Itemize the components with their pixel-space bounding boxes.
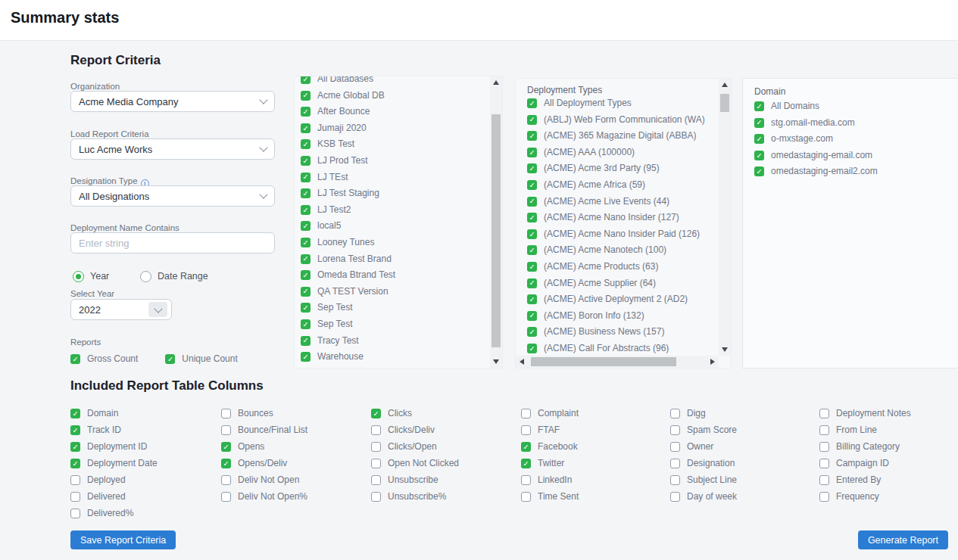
report-count-option[interactable]: Gross Count — [70, 354, 138, 364]
column-option[interactable]: Unsubscribe — [371, 475, 459, 485]
checkbox-icon[interactable] — [754, 118, 764, 128]
checkbox-icon[interactable] — [527, 180, 537, 190]
checkbox-icon[interactable] — [670, 409, 680, 418]
deployment-type-option[interactable]: (ACME) Acme Africa (59) — [527, 180, 714, 190]
deployment-type-option[interactable]: (ACME) Call For Abstracts (96) — [527, 344, 714, 353]
database-option[interactable]: local5 — [301, 221, 487, 231]
checkbox-icon[interactable] — [819, 442, 829, 452]
column-option[interactable]: Frequency — [819, 492, 911, 502]
load-report-criteria-select[interactable]: Luc Acme Works — [70, 138, 275, 160]
column-option[interactable]: Billing Category — [819, 442, 911, 452]
checkbox-icon[interactable] — [301, 254, 310, 264]
checkbox-icon[interactable] — [221, 492, 231, 502]
column-option[interactable]: Clicks/Deliv — [371, 425, 459, 435]
column-option[interactable]: Entered By — [819, 475, 911, 485]
column-option[interactable]: Deployment Date — [70, 459, 158, 468]
deployment-type-option[interactable]: (ACME) Acme Supplier (64) — [527, 278, 714, 288]
column-option[interactable]: Bounces — [221, 409, 307, 418]
checkbox-icon[interactable] — [301, 221, 310, 231]
database-option[interactable]: Acme Global DB — [301, 91, 487, 101]
checkbox-icon[interactable] — [527, 245, 537, 255]
database-option[interactable]: All Databases — [301, 76, 487, 84]
column-option[interactable]: Deployment ID — [70, 442, 158, 452]
checkbox-icon[interactable] — [70, 354, 80, 364]
checkbox-icon[interactable] — [670, 492, 680, 502]
checkbox-icon[interactable] — [527, 213, 537, 222]
domain-option[interactable]: omedastaging-email.com — [754, 151, 958, 160]
checkbox-icon[interactable] — [521, 492, 531, 502]
checkbox-icon[interactable] — [70, 409, 80, 418]
checkbox-icon[interactable] — [301, 238, 310, 247]
report-count-option[interactable]: Unique Count — [165, 354, 237, 364]
checkbox-icon[interactable] — [70, 475, 80, 485]
checkbox-icon[interactable] — [301, 139, 310, 149]
checkbox-icon[interactable] — [527, 229, 537, 239]
checkbox-icon[interactable] — [521, 459, 531, 468]
checkbox-icon[interactable] — [754, 101, 764, 111]
checkbox-icon[interactable] — [521, 409, 531, 418]
deployment-type-option[interactable]: (ACME) Acme Nano Insider Paid (126) — [527, 229, 714, 239]
checkbox-icon[interactable] — [527, 278, 537, 288]
checkbox-icon[interactable] — [754, 151, 764, 160]
checkbox-icon[interactable] — [301, 188, 310, 198]
checkbox-icon[interactable] — [527, 344, 537, 353]
checkbox-icon[interactable] — [165, 354, 175, 364]
column-option[interactable]: Complaint — [521, 409, 579, 418]
checkbox-icon[interactable] — [221, 425, 231, 435]
database-option[interactable]: Lorena Test Brand — [301, 254, 487, 264]
deployment-type-option[interactable]: (ACME) Business News (157) — [527, 327, 714, 337]
checkbox-icon[interactable] — [670, 425, 680, 435]
deployment-types-vertical-scrollbar[interactable] — [719, 79, 731, 356]
database-option[interactable]: Sep Test — [301, 303, 487, 313]
checkbox-icon[interactable] — [527, 148, 537, 157]
checkbox-icon[interactable] — [527, 115, 537, 125]
select-year-select[interactable]: 2022 — [70, 299, 172, 320]
checkbox-icon[interactable] — [301, 303, 310, 313]
checkbox-icon[interactable] — [670, 442, 680, 452]
column-option[interactable]: Track ID — [70, 425, 158, 435]
deployment-type-option[interactable]: (ACME) Boron Info (132) — [527, 311, 714, 321]
database-option[interactable]: LJ Prod Test — [301, 156, 487, 166]
radio-icon[interactable] — [140, 271, 151, 282]
checkbox-icon[interactable] — [301, 173, 310, 182]
databases-vertical-scrollbar[interactable] — [490, 76, 502, 368]
column-option[interactable]: Opens/Deliv — [221, 459, 307, 468]
period-radio-option[interactable]: Date Range — [140, 270, 208, 282]
scroll-left-arrow-icon[interactable] — [516, 356, 528, 368]
checkbox-icon[interactable] — [819, 475, 829, 485]
deployment-type-option[interactable]: (ACME) AAA (100000) — [527, 148, 714, 157]
database-option[interactable]: Sep Test — [301, 319, 487, 329]
checkbox-icon[interactable] — [754, 166, 764, 176]
column-option[interactable]: Facebook — [521, 442, 579, 452]
deployment-name-input[interactable] — [70, 232, 275, 254]
checkbox-icon[interactable] — [371, 442, 381, 452]
checkbox-icon[interactable] — [70, 459, 80, 468]
checkbox-icon[interactable] — [221, 442, 231, 452]
checkbox-icon[interactable] — [301, 76, 310, 84]
database-option[interactable]: Looney Tunes — [301, 238, 487, 247]
scroll-down-arrow-icon[interactable] — [719, 344, 731, 356]
column-option[interactable]: Clicks/Open — [371, 442, 459, 452]
column-option[interactable]: Open Not Clicked — [371, 459, 459, 468]
checkbox-icon[interactable] — [527, 197, 537, 207]
database-option[interactable]: QA TEST Version — [301, 287, 487, 297]
database-option[interactable]: Warehouse — [301, 352, 487, 362]
column-option[interactable]: Digg — [670, 409, 737, 418]
save-report-criteria-button[interactable]: Save Report Criteria — [70, 530, 176, 549]
checkbox-icon[interactable] — [221, 475, 231, 485]
scroll-down-arrow-icon[interactable] — [490, 356, 502, 368]
checkbox-icon[interactable] — [819, 425, 829, 435]
checkbox-icon[interactable] — [521, 425, 531, 435]
column-option[interactable]: Time Sent — [521, 492, 579, 502]
generate-report-button[interactable]: Generate Report — [858, 530, 948, 549]
scrollbar-thumb[interactable] — [491, 114, 501, 347]
deployment-type-option[interactable]: (ACME) Acme Nano Insider (127) — [527, 213, 714, 222]
database-option[interactable]: LJ TEst — [301, 173, 487, 182]
checkbox-icon[interactable] — [221, 459, 231, 468]
column-option[interactable]: Clicks — [371, 409, 459, 418]
checkbox-icon[interactable] — [527, 311, 537, 321]
column-option[interactable]: Twitter — [521, 459, 579, 468]
scrollbar-thumb[interactable] — [720, 94, 729, 112]
checkbox-icon[interactable] — [527, 163, 537, 173]
domain-option[interactable]: omedastaging-email2.com — [754, 166, 958, 176]
